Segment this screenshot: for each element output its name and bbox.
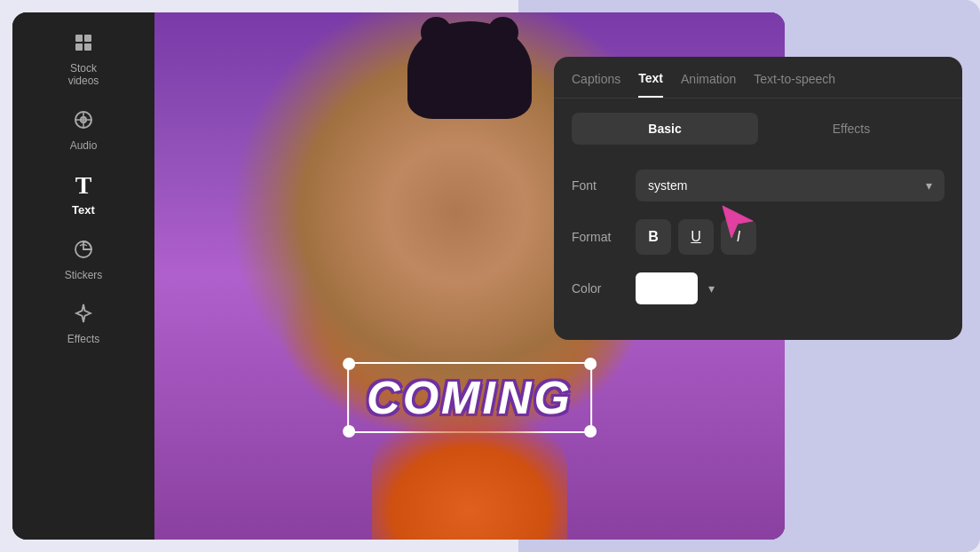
text-icon: T <box>75 173 92 198</box>
effects-icon <box>73 303 94 327</box>
handle-bottom-right[interactable] <box>584 425 597 438</box>
hair-bun-right <box>487 17 518 48</box>
tab-tts[interactable]: Text-to-speech <box>754 72 835 97</box>
color-field-row: Color ▾ <box>572 272 944 304</box>
format-label: Format <box>572 230 625 244</box>
svg-rect-1 <box>84 35 91 42</box>
subtabs-row: Basic Effects <box>554 99 962 159</box>
subtab-basic[interactable]: Basic <box>572 113 758 145</box>
tab-animation[interactable]: Animation <box>681 72 736 97</box>
sidebar-item-label: Stickers <box>65 269 103 281</box>
sidebar-item-text[interactable]: T Text <box>12 162 154 228</box>
svg-rect-2 <box>75 43 83 51</box>
subtab-effects[interactable]: Effects <box>758 113 944 145</box>
tabs-row: Captions Text Animation Text-to-speech <box>554 57 962 99</box>
color-label: Color <box>572 281 625 296</box>
font-label: Font <box>572 178 625 193</box>
sidebar-item-label: Stock videos <box>68 62 99 88</box>
grid-icon <box>73 32 94 57</box>
tab-text[interactable]: Text <box>638 71 663 98</box>
sidebar: Stock videos Audio T Text <box>12 12 154 540</box>
font-select-dropdown[interactable]: system ▾ <box>636 170 944 201</box>
svg-rect-0 <box>75 35 83 42</box>
color-swatch[interactable] <box>636 272 698 304</box>
sidebar-item-label: Effects <box>67 333 99 345</box>
underline-button[interactable]: U <box>678 219 714 255</box>
font-select-value: system <box>648 178 687 193</box>
panel-content: Font system ▾ Format B U I Color ▾ <box>554 159 962 340</box>
chevron-down-icon: ▾ <box>926 178 932 193</box>
audio-icon <box>73 109 94 134</box>
svg-rect-3 <box>84 43 91 51</box>
tab-captions[interactable]: Captions <box>572 72 620 97</box>
stickers-icon <box>73 239 94 264</box>
cursor-arrow-container <box>715 199 760 247</box>
sidebar-item-stickers[interactable]: Stickers <box>12 228 154 292</box>
handle-top-left[interactable] <box>343 358 355 370</box>
handle-top-right[interactable] <box>584 358 597 370</box>
sidebar-item-stock-videos[interactable]: Stock videos <box>12 21 154 99</box>
color-chevron-icon[interactable]: ▾ <box>708 281 715 296</box>
bold-button[interactable]: B <box>636 219 671 255</box>
handle-bottom-left[interactable] <box>343 425 355 438</box>
sidebar-item-label: Audio <box>70 139 98 152</box>
sidebar-item-label: Text <box>72 203 95 217</box>
sidebar-item-effects[interactable]: Effects <box>12 292 154 356</box>
cursor-arrow-icon <box>715 199 760 243</box>
font-field-row: Font system ▾ <box>572 170 944 201</box>
hair-bun-left <box>421 17 452 48</box>
sidebar-item-audio[interactable]: Audio <box>12 99 154 162</box>
svg-marker-7 <box>723 206 753 238</box>
